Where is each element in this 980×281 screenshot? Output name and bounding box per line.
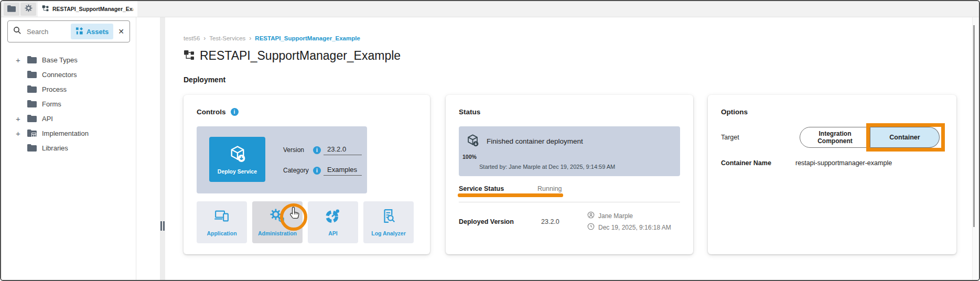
sidebar-item-connectors[interactable]: Connectors: [1, 67, 136, 82]
hand-cursor-icon: [287, 206, 303, 223]
sidebar-splitter[interactable]: [160, 17, 165, 280]
main-content: test56 › Test-Services › RESTAPI_Support…: [166, 17, 972, 280]
service-model-icon: [184, 49, 195, 62]
folder-icon: [27, 100, 37, 107]
assets-filter-label: Assets: [87, 28, 109, 36]
implementation-folder-icon: [27, 129, 37, 137]
assets-sidebar: Search Assets ✕ + Base Types Connectors: [1, 17, 136, 280]
expand-icon[interactable]: +: [16, 56, 27, 64]
tree-label: API: [42, 115, 53, 123]
explorer-tab-button[interactable]: [4, 3, 19, 16]
container-name-label: Container Name: [721, 159, 795, 167]
page-title: RESTAPI_SupportManager_Example: [200, 49, 401, 63]
target-option-integration-component[interactable]: Integration Component: [800, 127, 870, 148]
deploy-button-label: Deploy Service: [218, 168, 257, 175]
search-input[interactable]: Search Assets ✕: [7, 20, 130, 42]
annotation-highlight-rect: [866, 123, 945, 152]
deployed-by-user: Jane Marple: [598, 212, 633, 220]
container-name-value: restapi-supportmanager-example: [795, 159, 892, 167]
folder-icon: [7, 5, 16, 14]
sidebar-item-implementation[interactable]: + Implementation: [1, 126, 136, 140]
deploy-panel: Deploy Service Version i 23.2.0 Category…: [197, 126, 367, 193]
tile-label: Application: [207, 230, 236, 236]
tree-label: Base Types: [42, 56, 78, 64]
section-heading: Deployment: [184, 75, 972, 84]
deployed-at-timestamp: Dec 19, 2025, 9:16:18 AM: [598, 224, 671, 231]
chevron-right-icon: ›: [203, 35, 206, 42]
info-icon[interactable]: i: [313, 167, 321, 175]
info-icon[interactable]: i: [231, 108, 239, 116]
sidebar-item-libraries[interactable]: Libraries: [1, 140, 136, 155]
progress-percent: 100%: [462, 154, 479, 160]
asset-tree: + Base Types Connectors Process Forms +: [1, 52, 136, 155]
log-analyzer-link-button[interactable]: Log Analyzer: [363, 201, 414, 243]
deploy-package-icon: [228, 144, 247, 165]
service-status-value: Running: [537, 185, 562, 194]
deployment-message: Finished container deployment: [487, 137, 583, 145]
chevron-right-icon: ›: [249, 35, 251, 42]
service-model-icon: [42, 4, 49, 14]
api-link-button[interactable]: API: [308, 201, 358, 243]
info-icon[interactable]: i: [313, 146, 321, 154]
tree-label: Implementation: [42, 129, 89, 137]
options-card: Options Target Integration Component Con…: [708, 95, 956, 254]
deploy-service-button[interactable]: Deploy Service: [209, 137, 265, 182]
settings-tab-button[interactable]: [20, 3, 36, 16]
container-package-icon: [466, 133, 480, 149]
clear-search-icon[interactable]: ✕: [118, 27, 124, 36]
controls-heading: Controls: [197, 108, 226, 116]
category-label: Category: [283, 167, 313, 174]
gear-icon: [25, 4, 33, 14]
application-icon: [213, 208, 230, 226]
log-analyzer-icon: [380, 208, 397, 226]
breadcrumb: test56 › Test-Services › RESTAPI_Support…: [184, 17, 972, 42]
version-label: Version: [283, 146, 313, 154]
scrollbar-thumb[interactable]: [973, 25, 975, 227]
user-icon: [587, 211, 595, 220]
tile-label: Log Analyzer: [371, 230, 406, 236]
api-gauge-icon: [325, 208, 341, 226]
application-link-button[interactable]: Application: [197, 201, 247, 243]
sidebar-item-base-types[interactable]: + Base Types: [1, 52, 136, 67]
active-document-tab[interactable]: RESTAPI_SupportManager_Example: [38, 1, 137, 17]
folder-icon: [27, 115, 37, 122]
expand-icon[interactable]: +: [16, 129, 27, 137]
tile-label: API: [328, 230, 338, 236]
expand-icon[interactable]: +: [16, 115, 27, 123]
started-by-text: Started by: Jane Marple at Dec 19, 2025,…: [479, 164, 675, 170]
tree-label: Process: [42, 85, 67, 93]
deployment-status-panel: Finished container deployment 100% Start…: [459, 126, 680, 176]
breadcrumb-item-current[interactable]: RESTAPI_SupportManager_Example: [255, 35, 360, 41]
target-segmented-control: Integration Component Container: [800, 127, 940, 148]
folder-icon: [27, 71, 37, 78]
version-input[interactable]: 23.2.0: [324, 145, 362, 155]
tree-label: Libraries: [42, 144, 68, 152]
folder-icon: [27, 144, 37, 152]
progress-bar: [479, 155, 675, 158]
assets-filter-chip[interactable]: Assets: [71, 24, 114, 39]
tree-label: Connectors: [42, 71, 77, 79]
sidebar-item-api[interactable]: + API: [1, 111, 136, 126]
tab-label: RESTAPI_SupportManager_Example: [52, 6, 133, 12]
application-window: RESTAPI_SupportManager_Example Search As…: [0, 0, 980, 281]
target-label: Target: [721, 134, 800, 141]
clock-icon: [587, 223, 595, 232]
search-placeholder: Search: [27, 28, 48, 36]
splitter-handle-icon[interactable]: [160, 221, 165, 231]
assets-icon: [76, 27, 83, 36]
service-status-label: Service Status: [459, 185, 537, 194]
breadcrumb-item[interactable]: Test-Services: [209, 35, 245, 41]
breadcrumb-item[interactable]: test56: [184, 35, 200, 41]
status-heading: Status: [459, 108, 480, 116]
sidebar-item-process[interactable]: Process: [1, 82, 136, 96]
category-input[interactable]: Examples: [324, 166, 362, 176]
vertical-scrollbar[interactable]: [972, 17, 979, 280]
deployed-version-label: Deployed Version: [459, 218, 541, 225]
options-heading: Options: [721, 108, 748, 116]
folder-icon: [27, 85, 37, 93]
sidebar-item-forms[interactable]: Forms: [1, 96, 136, 111]
deployed-version-value: 23.2.0: [541, 218, 587, 225]
top-tab-strip: RESTAPI_SupportManager_Example: [1, 1, 979, 17]
controls-card: Controls i: [184, 95, 430, 254]
tile-label: Administration: [258, 230, 297, 236]
